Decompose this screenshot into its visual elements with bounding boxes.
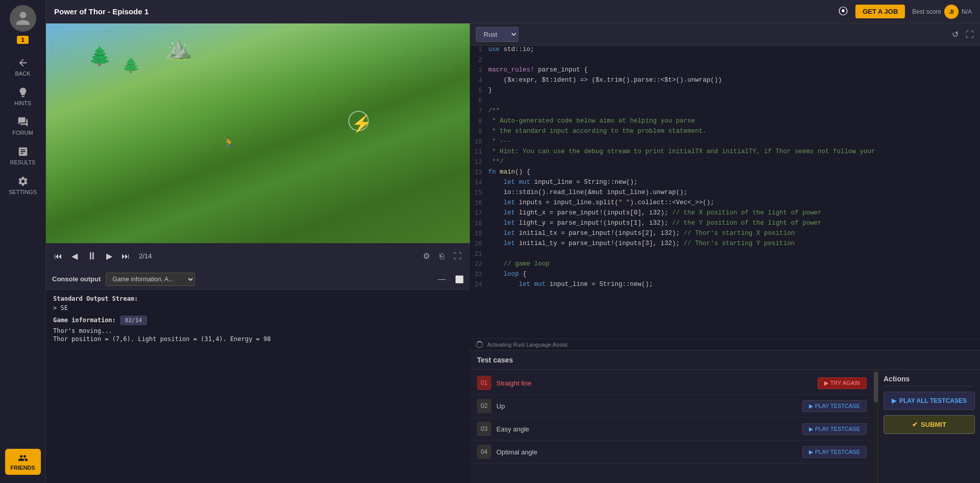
code-line: 9 * the standard input according to the … <box>470 128 980 138</box>
submit-label: SUBMIT <box>921 421 946 428</box>
best-score-value: N/A <box>962 8 972 15</box>
code-editor: Rust ↺ ⛶ 1use std::io; 2 3macro_rules! p… <box>470 23 980 350</box>
content-area: - - - - - - - - →x | ↓ y 🌲 🌲 ⛰️ 🏃 <box>46 23 980 483</box>
play-all-icon: ▶ <box>892 397 896 404</box>
code-line: 8 * Auto-generated code below aims at he… <box>470 117 980 128</box>
test-case-row: 03 Easy angle ▶ PLAY TESTCASE <box>470 418 874 441</box>
test-case-row: 04 Optimal angle ▶ PLAY TESTCASE <box>470 441 874 464</box>
skip-forward-button[interactable]: ⏭ <box>119 250 132 263</box>
code-line: 5} <box>470 87 980 97</box>
tc-number: 03 <box>477 422 491 436</box>
language-dropdown-wrapper: Rust <box>476 27 518 42</box>
code-line: 14 let mut input_line = String::new(); <box>470 179 980 189</box>
refresh-button[interactable]: ↺ <box>952 30 959 39</box>
sidebar-item-label: RESULTS <box>10 159 36 165</box>
try-again-button[interactable]: ▶ TRY AGAIN <box>818 377 867 389</box>
skip-to-start-button[interactable]: ⏮ <box>52 250 64 263</box>
decor-mountain: ⛰️ <box>164 35 193 61</box>
left-panel: - - - - - - - - →x | ↓ y 🌲 🌲 ⛰️ 🏃 <box>46 23 470 483</box>
thor-character: 🏃 <box>224 135 234 151</box>
tc-number: 01 <box>477 376 491 390</box>
console-title: Console output <box>52 275 101 283</box>
sidebar-badge[interactable]: 1 <box>17 36 28 44</box>
settings-icon[interactable]: ⚙ <box>421 249 432 263</box>
console-dropdown-wrapper: Game information, A... <box>106 273 195 286</box>
test-cases-header: Test cases <box>470 351 980 370</box>
play-testcase-button[interactable]: ▶ PLAY TESTCASE <box>802 423 867 435</box>
sidebar-item-back[interactable]: BACK <box>0 52 45 82</box>
best-score-label: Best score <box>912 8 941 15</box>
sidebar-item-results[interactable]: RESULTS <box>0 141 45 171</box>
test-cases-panel: Test cases 01 Straight line ▶ TRY AGAIN <box>470 350 980 483</box>
console-filter-dropdown[interactable]: Game information, A... <box>106 273 195 286</box>
expand-icon[interactable]: ⬜ <box>455 275 464 283</box>
play-testcase-button[interactable]: ▶ PLAY TESTCASE <box>802 400 867 412</box>
sidebar-bottom: FRIENDS <box>5 449 41 483</box>
friends-button[interactable]: FRIENDS <box>5 449 41 475</box>
code-line: 6 <box>470 97 980 107</box>
topbar-controls: ⦿ GET A JOB Best score JI N/A <box>838 5 972 19</box>
sidebar-item-hints[interactable]: HINTS <box>0 82 45 111</box>
get-a-job-button[interactable]: GET A JOB <box>855 5 905 18</box>
code-line: 12 **/ <box>470 158 980 168</box>
game-info-label: Game information: <box>53 317 116 324</box>
share-icon[interactable]: ⎗ <box>437 250 446 263</box>
code-line: 16 let inputs = input_line.split(" ").co… <box>470 199 980 209</box>
play-testcase-label: PLAY TESTCASE <box>815 403 860 409</box>
code-line: 1use std::io; <box>470 46 980 56</box>
sidebar-item-label: FORUM <box>12 130 33 136</box>
friends-label: FRIENDS <box>10 465 35 471</box>
tc-name: Straight line <box>496 379 812 387</box>
sidebar-item-label: BACK <box>15 70 31 77</box>
tc-name: Up <box>496 402 797 410</box>
console-header: Console output Game information, A... — … <box>46 269 470 290</box>
sidebar-item-label: SETTINGS <box>9 189 37 195</box>
status-text: Activating Rust Language Assist <box>487 342 567 348</box>
next-frame-button[interactable]: ▶ <box>104 249 114 263</box>
checkmark-icon: ✔ <box>912 421 918 428</box>
console-panel: Console output Game information, A... — … <box>46 269 470 483</box>
tc-name: Optimal angle <box>496 448 797 456</box>
code-line: 2 <box>470 56 980 66</box>
sidebar-item-settings[interactable]: SETTINGS <box>0 171 45 200</box>
code-line: 19 let initial_tx = parse_input!(inputs[… <box>470 230 980 240</box>
code-line: 7/** <box>470 107 980 117</box>
minimize-icon[interactable]: — <box>438 275 446 284</box>
submit-button[interactable]: ✔ SUBMIT <box>883 415 975 434</box>
video-controls: ⏮ ◀ ⏸ ▶ ⏭ 2/14 ⚙ ⎗ ⛶ <box>46 243 470 269</box>
code-body[interactable]: 1use std::io; 2 3macro_rules! parse_inpu… <box>470 46 980 339</box>
code-line: 10 * --- <box>470 138 980 148</box>
frame-badge: 02/14 <box>120 316 147 325</box>
code-line: 22 // game loop <box>470 260 980 271</box>
prev-frame-button[interactable]: ◀ <box>69 249 80 263</box>
tc-number: 02 <box>477 399 491 413</box>
decor-tree: 🌲 <box>88 45 111 67</box>
code-line: 17 let light_x = parse_input!(inputs[0],… <box>470 209 980 220</box>
test-cases-list: 01 Straight line ▶ TRY AGAIN 02 Up <box>470 370 874 483</box>
code-line: 4 ($x:expr, $t:ident) => ($x.trim().pars… <box>470 77 980 87</box>
sidebar: 1 BACK HINTS FORUM RESULTS SETTINGS FRIE… <box>0 0 46 483</box>
try-again-label: TRY AGAIN <box>830 380 860 386</box>
code-line: 15 io::stdin().read_line(&mut input_line… <box>470 189 980 199</box>
fullscreen-icon[interactable]: ⛶ <box>451 250 464 263</box>
loading-spinner <box>476 341 483 348</box>
code-line: 20 let initial_ty = parse_input!(inputs[… <box>470 240 980 250</box>
game-info-line1: Thor's moving... <box>53 327 463 334</box>
best-score-area: Best score JI N/A <box>912 5 972 19</box>
play-all-testcases-button[interactable]: ▶ PLAY ALL TESTCASES <box>883 392 975 410</box>
fullscreen-editor-button[interactable]: ⛶ <box>966 30 974 39</box>
user-avatar: JI <box>944 5 959 19</box>
play-testcase-button[interactable]: ▶ PLAY TESTCASE <box>802 446 867 458</box>
language-selector[interactable]: Rust <box>476 27 518 42</box>
test-case-row: 02 Up ▶ PLAY TESTCASE <box>470 395 874 418</box>
game-info-line2: Thor position = (7,6). Light position = … <box>53 335 463 343</box>
scrollbar-thumb[interactable] <box>874 372 878 402</box>
actions-panel: Actions ▶ PLAY ALL TESTCASES ✔ SUBMIT <box>878 370 980 483</box>
sidebar-item-forum[interactable]: FORUM <box>0 111 45 141</box>
main-panel: Power of Thor - Episode 1 ⦿ GET A JOB Be… <box>46 0 980 483</box>
pause-button[interactable]: ⏸ <box>85 248 99 264</box>
sidebar-item-label: HINTS <box>14 100 31 106</box>
scrollbar-track[interactable] <box>874 370 878 483</box>
std-output-line1: > SE <box>53 304 463 311</box>
code-line: 3macro_rules! parse_input { <box>470 66 980 77</box>
